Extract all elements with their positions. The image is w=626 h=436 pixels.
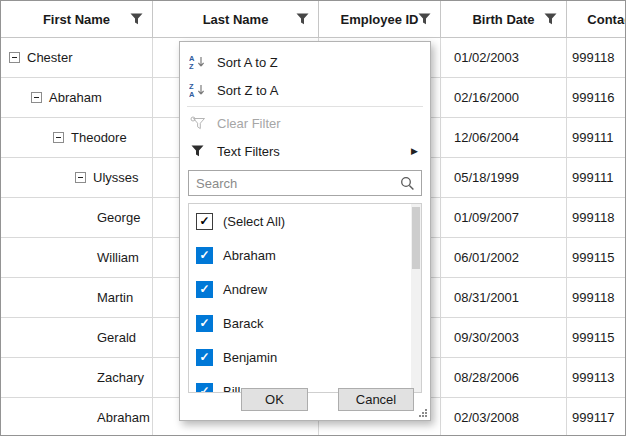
collapse-icon[interactable] [31, 92, 42, 103]
sort-a-to-z-label: Sort A to Z [217, 55, 278, 70]
column-header-label: Contact [587, 12, 626, 27]
svg-text:A: A [189, 90, 195, 98]
column-header-label: Birth Date [472, 12, 534, 27]
menu-separator [187, 106, 423, 107]
birth-date-cell: 05/18/1999 [441, 158, 567, 198]
collapse-icon[interactable] [75, 172, 86, 183]
first-name-cell: Theodore [71, 130, 127, 145]
svg-text:Z: Z [189, 62, 194, 70]
column-header-contact[interactable]: Contact [567, 1, 626, 38]
first-name-cell: William [97, 250, 139, 265]
text-filters-icon [189, 145, 206, 157]
search-box [188, 170, 422, 196]
first-name-cell: Chester [27, 50, 73, 65]
popup-button-row: OK Cancel [180, 388, 430, 411]
resize-grip[interactable] [418, 408, 428, 418]
column-header-birth-date[interactable]: Birth Date [441, 1, 567, 38]
contact-cell: 999111 [567, 158, 626, 198]
checkbox-checked[interactable]: ✓ [196, 247, 213, 264]
contact-cell: 999113 [567, 358, 626, 398]
first-name-cell: George [97, 210, 140, 225]
scrollbar[interactable] [411, 204, 421, 392]
list-item-label: Barack [223, 316, 263, 331]
birth-date-cell: 09/30/2003 [441, 318, 567, 358]
filter-icon[interactable] [296, 13, 309, 25]
list-item[interactable]: ✓ Barack [189, 306, 421, 340]
sort-z-to-a-item[interactable]: Z A Sort Z to A [180, 76, 430, 104]
first-name-cell: Martin [97, 290, 133, 305]
list-item[interactable]: ✓ Andrew [189, 272, 421, 306]
contact-cell: 999118 [567, 38, 626, 78]
filter-popup: A Z Sort A to Z Z A Sort Z to A [179, 41, 431, 421]
column-header-employee-id[interactable]: Employee ID [319, 1, 441, 38]
sort-a-to-z-item[interactable]: A Z Sort A to Z [180, 48, 430, 76]
filter-icon[interactable] [418, 13, 431, 25]
column-header-label: Last Name [203, 12, 269, 27]
filter-value-list: ✓ (Select All) ✓ Abraham ✓ Andrew ✓ Bara… [188, 203, 422, 393]
birth-date-cell: 02/16/2000 [441, 78, 567, 118]
column-header-label: Employee ID [340, 12, 418, 27]
list-item[interactable]: ✓ Abraham [189, 238, 421, 272]
checkbox-checked[interactable]: ✓ [196, 213, 213, 230]
first-name-cell: Abraham [49, 90, 102, 105]
text-filters-item[interactable]: Text Filters ▶ [180, 137, 430, 165]
sort-az-icon: A Z [189, 54, 206, 70]
birth-date-cell: 01/09/2007 [441, 198, 567, 238]
list-item-select-all[interactable]: ✓ (Select All) [189, 204, 421, 238]
checkbox-checked[interactable]: ✓ [196, 315, 213, 332]
column-headers: First Name Last Name Employee ID Birth D… [1, 1, 625, 38]
list-item-label: Benjamin [223, 350, 277, 365]
cancel-button[interactable]: Cancel [338, 388, 414, 411]
birth-date-cell: 08/28/2006 [441, 358, 567, 398]
birth-date-cell: 01/02/2003 [441, 38, 567, 78]
contact-cell: 999117 [567, 398, 626, 436]
contact-cell: 999111 [567, 118, 626, 158]
sort-za-icon: Z A [189, 82, 206, 98]
column-header-label: First Name [43, 12, 110, 27]
list-item-label: (Select All) [223, 214, 285, 229]
contact-cell: 999118 [567, 278, 626, 318]
column-header-last-name[interactable]: Last Name [153, 1, 319, 38]
birth-date-cell: 02/03/2008 [441, 398, 567, 436]
birth-date-cell: 12/06/2004 [441, 118, 567, 158]
clear-filter-icon [189, 116, 206, 130]
list-item[interactable]: ✓ Benjamin [189, 340, 421, 374]
collapse-icon[interactable] [9, 52, 20, 63]
first-name-cell: Ulysses [93, 170, 139, 185]
text-filters-label: Text Filters [217, 144, 280, 159]
ok-button[interactable]: OK [241, 388, 308, 411]
list-item-label: Andrew [223, 282, 267, 297]
birth-date-cell: 08/31/2001 [441, 278, 567, 318]
contact-cell: 999116 [567, 78, 626, 118]
clear-filter-label: Clear Filter [217, 116, 281, 131]
first-name-cell: Gerald [97, 330, 136, 345]
filter-icon[interactable] [130, 13, 143, 25]
search-icon[interactable] [394, 176, 421, 191]
checkbox-checked[interactable]: ✓ [196, 281, 213, 298]
contact-cell: 999118 [567, 198, 626, 238]
birth-date-cell: 06/01/2002 [441, 238, 567, 278]
contact-cell: 999115 [567, 238, 626, 278]
clear-filter-item[interactable]: Clear Filter [180, 109, 430, 137]
search-input[interactable] [189, 176, 394, 191]
tree-grid-window: First Name Last Name Employee ID Birth D… [0, 0, 626, 436]
scrollbar-thumb[interactable] [412, 207, 420, 269]
contact-cell: 999115 [567, 318, 626, 358]
checkbox-checked[interactable]: ✓ [196, 349, 213, 366]
column-header-first-name[interactable]: First Name [1, 1, 153, 38]
first-name-cell: Abraham [97, 410, 150, 425]
first-name-cell: Zachary [97, 370, 144, 385]
collapse-icon[interactable] [53, 132, 64, 143]
filter-icon[interactable] [544, 13, 557, 25]
list-item-label: Abraham [223, 248, 276, 263]
submenu-arrow-icon: ▶ [411, 146, 421, 156]
sort-z-to-a-label: Sort Z to A [217, 83, 278, 98]
